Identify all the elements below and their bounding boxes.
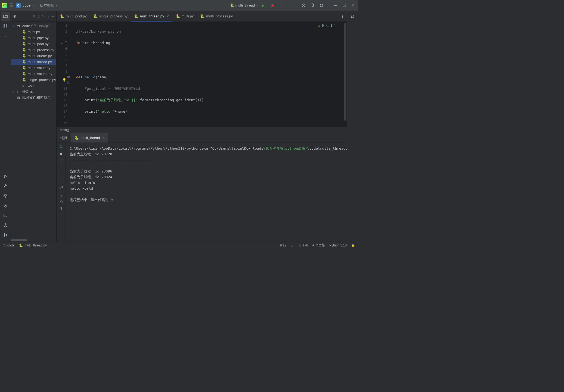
python-icon: 🐍 <box>200 14 204 18</box>
print-icon[interactable]: ⎙ <box>60 199 62 204</box>
tree-file[interactable]: 🐍multi_value2.py <box>11 71 56 77</box>
svg-rect-5 <box>4 27 5 28</box>
debug-button[interactable]: 🐞 <box>268 3 276 8</box>
svg-rect-4 <box>6 24 7 26</box>
chevron-down-icon[interactable]: ▾ <box>33 4 35 7</box>
settings-gear-icon[interactable] <box>319 3 324 8</box>
sb-lock-icon[interactable]: 🔒 <box>351 243 355 247</box>
notifications-icon[interactable] <box>348 12 357 21</box>
run-config-label: multi_thread <box>235 3 255 7</box>
more-tools-icon[interactable]: ⋯ <box>1 32 10 40</box>
python-icon: 🐍 <box>230 3 234 7</box>
close-button[interactable]: ✕ <box>350 2 356 9</box>
collapse-icon[interactable]: ⤫ <box>42 14 45 18</box>
tool-strip: ⋯ <box>0 11 11 242</box>
editor-tab[interactable]: 🐍single_process.py <box>90 11 131 21</box>
editor-tab[interactable]: 🐍multi.py <box>172 11 197 21</box>
sb-interpreter[interactable]: Python 3.10 <box>329 243 347 247</box>
run-tool-icon[interactable] <box>1 172 10 181</box>
hide-sidebar-icon[interactable]: ─ <box>52 14 54 18</box>
gutter[interactable]: 1 2 3 2 用法 4 5 6 7 8 1💡用法 9 10 11 12 13 … <box>57 22 73 127</box>
inspection-badges[interactable]: ⚠6 ✓✎1 ˄ ˅ <box>318 23 339 28</box>
tree-file[interactable]: ≡wy.ini <box>11 83 56 89</box>
sidebar-hscroll[interactable] <box>11 239 56 242</box>
project-tree[interactable]: ▾ 🗀 code C:\Users\lipin\ 🐍multi.py 🐍mult… <box>11 22 56 239</box>
stop-icon[interactable]: ■ <box>60 152 62 156</box>
sb-file[interactable]: multi_thread.py <box>24 243 47 247</box>
soft-wrap-icon[interactable]: ⏎ <box>60 185 63 190</box>
vcs-menu[interactable]: 版本控制 ▾ <box>40 3 57 8</box>
sb-project[interactable]: code <box>7 243 14 247</box>
next-highlight-icon[interactable]: ˅ <box>337 24 339 27</box>
svg-point-1 <box>311 4 314 6</box>
svg-marker-9 <box>5 205 6 206</box>
tree-file[interactable]: 🐍multi.py <box>11 29 56 35</box>
right-tool-strip <box>347 11 358 242</box>
editor-vscroll[interactable] <box>344 22 347 127</box>
tree-file[interactable]: 🐍multi_process.py <box>11 47 56 53</box>
expand-icon[interactable]: ⇵ <box>37 14 40 18</box>
editor-tab-active[interactable]: 🐍multi_thread.py✕ <box>131 11 172 21</box>
search-icon[interactable] <box>310 3 315 8</box>
minimize-button[interactable]: ─ <box>333 2 338 9</box>
tree-root[interactable]: ▾ 🗀 code C:\Users\lipin\ <box>11 23 56 29</box>
sb-line-sep[interactable]: LF <box>291 243 295 247</box>
problems-icon[interactable] <box>1 221 10 230</box>
sb-indent[interactable]: 4 个空格 <box>312 243 325 248</box>
services-icon[interactable] <box>1 201 10 210</box>
structure-tool-icon[interactable] <box>1 22 10 30</box>
editor-tab[interactable]: 🐍multi_pool.py <box>57 11 90 21</box>
tree-file[interactable]: 🐍single_process.py <box>11 77 56 83</box>
svg-rect-3 <box>4 24 5 26</box>
terminal-icon[interactable] <box>1 211 10 220</box>
tree-file[interactable]: 🐍multi_pipe.py <box>11 35 56 41</box>
sb-encoding[interactable]: UTF-8 <box>299 243 308 247</box>
tree-file[interactable]: 🐍multi_value.py <box>11 65 56 71</box>
code-with-me-icon[interactable] <box>302 3 306 8</box>
sidebar-more-icon[interactable]: ⋮ <box>47 14 50 18</box>
run-output[interactable]: C:\Users\lipin\AppData\Local\Programs\Py… <box>66 143 347 242</box>
more-actions-icon[interactable]: ⋮ <box>278 3 285 7</box>
tree-file[interactable]: 🐍multi_queue.py <box>11 53 56 59</box>
python-icon: 🐍 <box>93 14 98 18</box>
locate-icon[interactable]: ⊕ <box>33 14 36 18</box>
prev-highlight-icon[interactable]: ˄ <box>334 24 336 27</box>
scroll-up-icon[interactable]: ↑ <box>60 171 62 175</box>
svg-point-0 <box>303 4 304 5</box>
run-button[interactable]: ▶ <box>260 3 266 8</box>
python-icon: 🐍 <box>176 14 180 18</box>
tabs-more-icon[interactable]: ⋮ <box>338 11 347 21</box>
editor-tabs: 🐍multi_pool.py 🐍single_process.py 🐍multi… <box>57 11 347 22</box>
maximize-button[interactable]: ☐ <box>341 2 347 9</box>
close-tab-icon[interactable]: ✕ <box>166 14 169 18</box>
run-config-selector[interactable]: 🐍 multi_thread ▾ <box>230 3 258 7</box>
tree-scratches[interactable]: ▤临时文件和控制台 <box>11 95 56 101</box>
code-content[interactable]: #!/usr/bin/env python import threading d… <box>73 22 347 127</box>
close-icon[interactable]: ✕ <box>102 136 105 140</box>
more-icon[interactable]: ⋮ <box>59 159 63 163</box>
project-name[interactable]: code <box>23 3 30 7</box>
code-editor[interactable]: ⚠6 ✓✎1 ˄ ˅ 1 2 3 2 用法 4 5 6 7 8 1💡用法 9 1… <box>57 22 347 127</box>
breadcrumb[interactable]: main() <box>57 127 347 133</box>
run-session-tab[interactable]: 🐍 multi_thread ✕ <box>71 133 108 143</box>
tree-external-libs[interactable]: ▸⫴外部库 <box>11 89 56 95</box>
project-badge: C <box>16 3 21 8</box>
python-icon: 🐍 <box>60 14 64 18</box>
project-tool-icon[interactable] <box>1 12 10 21</box>
python-console-icon[interactable] <box>1 182 10 190</box>
editor-tab[interactable]: 🐍multi_process.py <box>197 11 236 21</box>
python-icon: 🐍 <box>134 14 138 18</box>
rerun-icon[interactable]: ↻ <box>60 144 63 149</box>
sb-caret-pos[interactable]: 9:12 <box>280 243 286 247</box>
packages-icon[interactable] <box>1 192 10 200</box>
scroll-down-icon[interactable]: ↓ <box>60 178 62 183</box>
tree-file[interactable]: 🐍multi_pool.py <box>11 41 56 47</box>
tree-file-active[interactable]: 🐍multi_thread.py <box>11 59 56 65</box>
typo-icon: ✓✎ <box>326 23 329 28</box>
vcs-tool-icon[interactable] <box>1 231 10 239</box>
sb-module-icon: ▢ <box>3 243 6 247</box>
scroll-to-end-icon[interactable]: ⭳ <box>59 192 63 197</box>
main-menu-icon[interactable]: ☰ <box>9 2 14 8</box>
warning-icon: ⚠ <box>318 24 320 27</box>
clear-icon[interactable]: 🗑 <box>59 206 63 211</box>
